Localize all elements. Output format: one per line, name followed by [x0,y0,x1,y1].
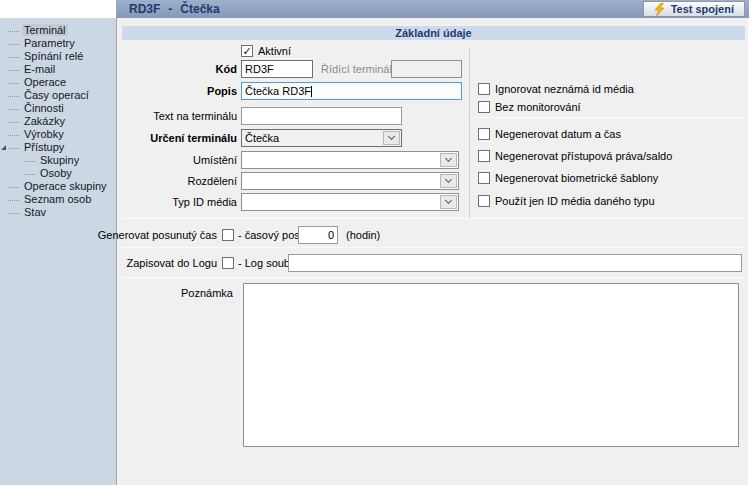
tree-connector [8,96,19,97]
tree-connector [8,200,19,201]
chevron-down-icon[interactable] [440,153,457,167]
negenerovat-prava-checkbox[interactable] [478,150,490,162]
test-connection-label: Test spojení [671,2,734,16]
sidebar-item-cinnosti[interactable]: Činnosti [0,102,116,115]
chevron-down-icon[interactable] [383,131,400,145]
checkmark-icon: ✓ [242,45,251,57]
tree-connector [8,44,19,45]
lightning-icon [654,3,665,16]
zapisovat-do-logu-checkbox[interactable] [222,257,234,269]
tree-connector [8,187,19,188]
sidebar-item-email[interactable]: E-mail [0,63,116,76]
text-caret [311,86,312,97]
sidebar-item-skupiny[interactable]: Skupiny [0,154,116,167]
text-na-terminalu-input[interactable] [241,107,402,125]
title-separator: - [168,2,172,16]
tree-connector [8,57,19,58]
ridici-terminal-label: Řídící terminál [321,60,392,78]
negenerovat-datum-label: Negenerovat datum a čas [495,127,621,141]
kod-input[interactable] [241,60,313,78]
rozdeleni-label: Rozdělení [187,172,237,190]
tree-connector [8,31,19,32]
column-divider [469,48,470,218]
poznamka-textarea[interactable] [243,283,739,447]
tree-connector [8,109,19,110]
sidebar-item-operace[interactable]: Operace [0,76,116,89]
kod-label: Kód [216,60,237,78]
terminal-code: RD3F [129,2,160,16]
page-title: RD3F-Čtečka Test spojení [117,0,749,18]
sidebar-item-vyrobky[interactable]: Výrobky [0,128,116,141]
tree-expander-icon[interactable] [1,145,6,150]
form-divider [121,277,745,278]
tree-connector [8,70,19,71]
sidebar-item-parametry[interactable]: Parametry [0,37,116,50]
sidebar-item-operace-skupiny[interactable]: Operace skupiny [0,180,116,193]
tree-connector [24,174,35,175]
log-soubor-input[interactable] [288,254,742,272]
zapisovat-do-logu-label: Zapisovat do Logu [126,254,217,272]
bez-monitorovani-label: Bez monitorování [495,100,581,114]
ignorovat-neznama-checkbox[interactable] [478,83,490,95]
negenerovat-prava-label: Negenerovat přístupová práva/saldo [495,149,672,163]
sidebar-item-pristupy[interactable]: Přístupy [0,141,116,154]
typ-id-media-select[interactable] [241,193,459,211]
rozdeleni-select[interactable] [241,172,459,190]
sidebar-item-seznam-osob[interactable]: Seznam osob [0,193,116,206]
sidebar-item-stav[interactable]: Stav [0,206,116,219]
hodin-unit-label: (hodin) [346,226,380,244]
negenerovat-sablony-checkbox[interactable] [478,172,490,184]
sidebar-item-terminal[interactable]: Terminál [0,24,116,37]
tree-connector [8,213,19,214]
urceni-terminalu-select[interactable]: Čtečka [241,129,402,147]
text-na-terminalu-label: Text na terminálu [153,107,237,125]
tree-connector [24,161,35,162]
tree-connector [8,83,19,84]
generovat-posunuty-cas-label: Generovat posunutý čas [98,226,217,244]
sidebar-item-spinani-rele[interactable]: Spínání relé [0,50,116,63]
poznamka-label: Poznámka [181,284,233,302]
pouzit-jen-id-label: Použít jen ID média daného typu [495,194,655,208]
test-connection-button[interactable]: Test spojení [643,1,745,17]
aktivni-label: Aktivní [258,44,291,58]
umisteni-label: Umístění [193,151,237,169]
umisteni-select[interactable] [241,151,459,169]
negenerovat-sablony-label: Negenerovat biometrické šablony [495,171,658,185]
ridici-terminal-input [391,60,462,78]
pouzit-jen-id-checkbox[interactable] [478,195,490,207]
bez-monitorovani-checkbox[interactable] [478,101,490,113]
terminal-name: Čtečka [180,2,219,16]
tree-connector [8,135,19,136]
main-panel: RD3F-Čtečka Test spojení Základní údaje … [116,0,748,485]
chevron-down-icon[interactable] [440,195,457,209]
sidebar-item-zakazky[interactable]: Zakázky [0,115,116,128]
negenerovat-datum-checkbox[interactable] [478,128,490,140]
tree-connector [8,148,19,149]
ignorovat-neznama-label: Ignorovat neznámá id média [495,82,634,96]
tree-connector [8,122,19,123]
aktivni-checkbox[interactable]: ✓ [241,45,253,57]
section-header: Základní údaje [122,26,745,40]
form-divider [121,218,745,219]
chevron-down-icon[interactable] [440,174,457,188]
navigation-tree: Terminál Parametry Spínání relé E-mail O… [0,18,116,219]
sidebar-item-casy-operaci[interactable]: Časy operací [0,89,116,102]
popis-label: Popis [207,82,237,100]
sidebar-item-osoby[interactable]: Osoby [0,167,116,180]
checkbox-group-divider [471,117,747,118]
generovat-posunuty-cas-checkbox[interactable] [222,229,234,241]
form-divider [121,247,745,248]
popis-input[interactable]: Čtečka RD3F [241,82,462,100]
typ-id-media-label: Typ ID média [172,193,237,211]
urceni-terminalu-label: Určení terminálu [150,129,237,147]
navigation-sidebar: Terminál Parametry Spínání relé E-mail O… [0,18,116,485]
casovy-posun-input[interactable] [298,226,338,244]
